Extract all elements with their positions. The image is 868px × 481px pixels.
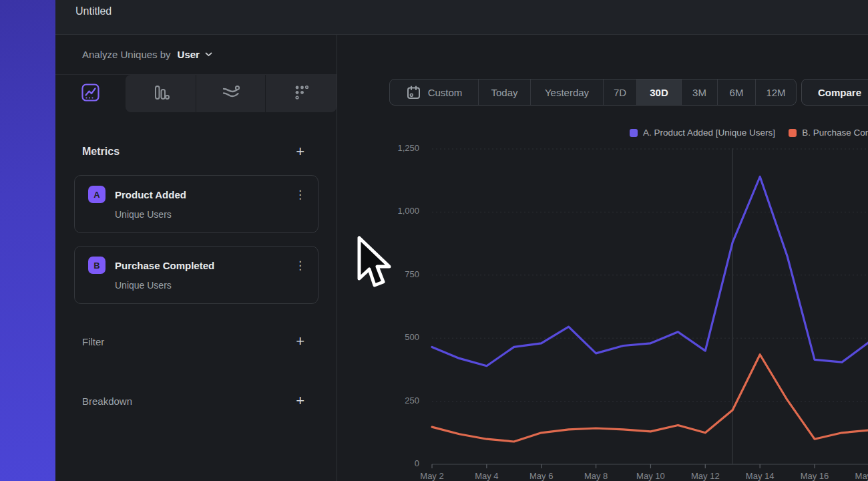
metrics-title: Metrics [82,146,120,158]
analyze-uniques-value[interactable]: User [178,49,200,60]
range-label: Yesterday [545,87,589,98]
compare-button[interactable]: Compare [801,79,868,106]
add-breakdown-plus-icon[interactable] [296,394,304,408]
y-axis-label: 1,000 [389,206,419,216]
y-axis-label: 250 [389,395,419,406]
chevron-down-icon[interactable] [205,52,212,57]
report-title[interactable]: Untitled [75,5,112,17]
chart-panel: CustomTodayYesterday7D30D3M6M12M Compare… [337,35,868,481]
breakdown-section: Breakdown [55,387,337,415]
add-filter-plus-icon[interactable] [296,335,304,348]
chart-type-tabs [55,75,337,112]
range-label: 6M [730,87,744,98]
metric-letter-badge: B [88,257,105,274]
filter-section: Filter [55,327,337,355]
metric-card-a[interactable]: A Product Added Unique Users [74,175,318,233]
analyze-uniques-row: Analyze Uniques by User [55,35,337,75]
y-axis-label: 500 [389,332,419,342]
x-axis-label: May 4 [475,471,498,481]
tab-flow-chart[interactable] [196,75,266,112]
range-7d[interactable]: 7D [603,79,636,105]
range-label: Custom [428,87,463,98]
query-sidebar: Analyze Uniques by User Metrics A Produc… [55,35,337,481]
kebab-menu-icon[interactable] [294,189,306,200]
metric-name[interactable]: Purchase Completed [115,260,294,271]
x-axis-label: May 2 [420,471,443,481]
series-line[interactable] [432,355,868,442]
range-custom[interactable]: Custom [390,79,478,105]
range-12m[interactable]: 12M [755,79,796,105]
top-bar: Untitled [55,0,868,35]
metrics-header: Metrics [55,138,337,166]
tab-bar-chart[interactable] [126,75,196,112]
line-chart-icon [81,83,100,105]
x-axis-label: May 14 [746,471,775,481]
metric-name[interactable]: Product Added [115,189,294,200]
y-axis-label: 1,250 [389,143,419,153]
metric-card-b[interactable]: B Purchase Completed Unique Users [74,246,318,304]
desktop-gradient-strip [0,0,55,481]
y-axis-label: 0 [389,458,419,468]
range-yesterday[interactable]: Yesterday [530,79,603,105]
range-label: 30D [650,87,668,98]
tab-line-chart[interactable] [55,75,126,112]
line-chart[interactable]: 02505007501,0001,250May 2May 4May 6May 8… [389,134,868,481]
x-axis-label: May 16 [801,471,829,481]
range-label: 3M [692,87,706,98]
y-axis-label: 750 [389,269,419,279]
screen: Untitled Analyze Uniques by User Metrics… [0,0,868,481]
analytics-app-window: Untitled Analyze Uniques by User Metrics… [55,0,868,481]
date-range-selector: CustomTodayYesterday7D30D3M6M12M [389,79,797,106]
breakdown-title: Breakdown [82,395,132,407]
chart-canvas[interactable] [389,134,868,481]
filter-title: Filter [82,336,104,347]
range-3m[interactable]: 3M [681,79,717,105]
add-metric-plus-icon[interactable] [296,145,304,158]
tab-retention-grid[interactable] [265,75,337,112]
calendar-icon [406,85,421,100]
range-30d[interactable]: 30D [636,79,681,105]
flow-chart-icon [220,83,241,105]
x-axis-label: May 18 [855,471,868,481]
analyze-uniques-label: Analyze Uniques by [82,49,171,60]
retention-grid-icon [292,83,311,105]
range-label: 12M [766,87,785,98]
series-line[interactable] [432,177,868,366]
kebab-menu-icon[interactable] [294,260,306,271]
range-today[interactable]: Today [478,79,530,105]
metric-letter-badge: A [88,186,105,203]
x-axis-label: May 6 [529,471,553,481]
x-axis-label: May 8 [584,471,608,481]
metric-subtitle[interactable]: Unique Users [115,280,306,291]
x-axis-label: May 10 [636,471,665,481]
range-label: 7D [614,87,626,98]
bar-chart-icon [151,83,170,105]
range-label: Today [491,87,517,98]
x-axis-label: May 12 [691,471,720,481]
range-6m[interactable]: 6M [717,79,755,105]
metric-subtitle[interactable]: Unique Users [115,209,306,220]
